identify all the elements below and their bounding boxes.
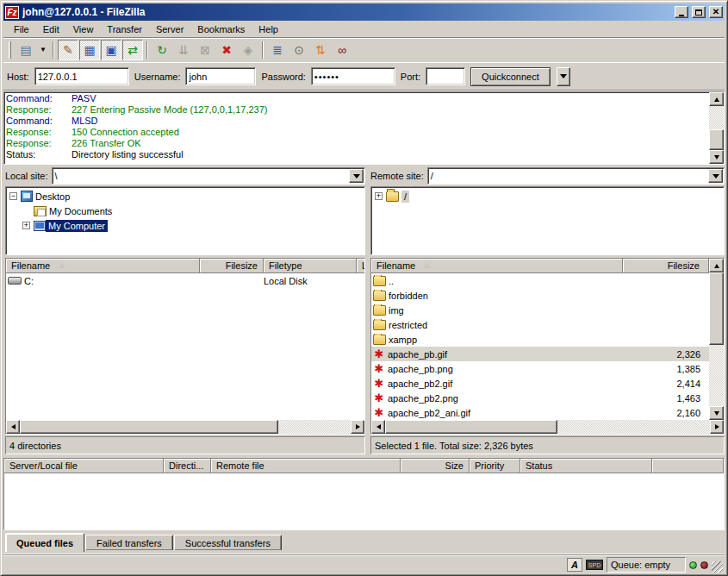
list-item[interactable]: ✱apache_pb2.gif2,414 bbox=[371, 376, 709, 391]
scrollbar-track[interactable] bbox=[709, 345, 724, 406]
quickconnect-button[interactable]: Quickconnect bbox=[470, 67, 551, 86]
host-input[interactable] bbox=[34, 67, 129, 85]
speed-limit-icon[interactable]: SPD bbox=[586, 560, 603, 570]
list-item[interactable]: ✱apache_pb.png1,385 bbox=[371, 361, 709, 376]
quickconnect-dropdown-button[interactable] bbox=[557, 67, 570, 86]
menu-transfer[interactable]: Transfer bbox=[100, 22, 149, 36]
column-status[interactable]: Status bbox=[520, 459, 652, 473]
log-vertical-scrollbar[interactable] bbox=[709, 92, 724, 164]
local-site-dropdown-button[interactable] bbox=[349, 169, 364, 183]
column-filename[interactable]: Filename bbox=[371, 259, 623, 273]
column-remote-file[interactable]: Remote file bbox=[211, 459, 401, 473]
filter-icon: ≣ bbox=[272, 44, 283, 56]
list-item[interactable]: .. bbox=[371, 273, 709, 288]
collapse-icon[interactable]: − bbox=[9, 192, 17, 200]
local-horizontal-scrollbar[interactable] bbox=[6, 420, 364, 434]
password-input[interactable] bbox=[311, 67, 395, 85]
scrollbar-thumb[interactable] bbox=[709, 129, 724, 150]
scroll-up-button[interactable] bbox=[709, 259, 724, 272]
scroll-right-button[interactable] bbox=[351, 420, 364, 434]
column-filetype[interactable]: Filetype bbox=[264, 259, 357, 273]
menu-file[interactable]: File bbox=[7, 22, 36, 36]
menu-edit[interactable]: Edit bbox=[36, 22, 66, 36]
scroll-left-button[interactable] bbox=[371, 420, 385, 434]
scrollbar-thumb[interactable] bbox=[385, 420, 557, 434]
maximize-button[interactable] bbox=[692, 6, 706, 18]
remote-horizontal-scrollbar[interactable] bbox=[371, 420, 724, 434]
cancel-operation-button[interactable]: ⊠ bbox=[195, 40, 215, 60]
image-file-icon: ✱ bbox=[373, 348, 385, 360]
port-input[interactable] bbox=[426, 67, 465, 85]
tree-item-root[interactable]: + / bbox=[373, 189, 724, 203]
remote-vertical-scrollbar[interactable] bbox=[709, 259, 724, 420]
resize-grip[interactable] bbox=[712, 561, 723, 573]
remote-site-dropdown-button[interactable] bbox=[708, 169, 723, 183]
close-icon: ✕ bbox=[712, 8, 719, 16]
scroll-left-button[interactable] bbox=[6, 420, 20, 434]
column-filesize[interactable]: Filesize bbox=[200, 259, 264, 273]
list-item[interactable]: ✱apache_pb2.png1,463 bbox=[371, 391, 709, 405]
remote-site-combo[interactable]: / bbox=[427, 167, 725, 185]
column-priority[interactable]: Priority bbox=[470, 459, 520, 473]
toggle-remote-tree-button[interactable]: ▣ bbox=[101, 40, 121, 60]
scrollbar-track[interactable] bbox=[278, 420, 351, 434]
filter-button[interactable]: ≣ bbox=[267, 40, 288, 60]
site-manager-button[interactable]: ▤ bbox=[16, 40, 36, 60]
tree-item-desktop[interactable]: − Desktop bbox=[8, 189, 364, 203]
scrollbar-track[interactable] bbox=[709, 106, 724, 129]
username-input[interactable] bbox=[185, 67, 256, 85]
tree-item-my-computer[interactable]: + My Computer bbox=[8, 218, 364, 233]
scroll-down-button[interactable] bbox=[709, 406, 724, 420]
expand-icon[interactable]: + bbox=[22, 222, 30, 229]
data-type-indicator[interactable]: A bbox=[567, 558, 582, 572]
tab-queued-files[interactable]: Queued files bbox=[5, 533, 84, 552]
toggle-message-log-button[interactable]: ✎ bbox=[58, 40, 78, 60]
toggle-queue-button[interactable]: ⇄ bbox=[122, 40, 143, 60]
reconnect-button[interactable]: ◈ bbox=[238, 40, 258, 60]
menu-view[interactable]: View bbox=[66, 22, 101, 36]
window-title: john@127.0.0.1 - FileZilla bbox=[22, 6, 671, 18]
list-item[interactable]: restricted bbox=[371, 317, 709, 332]
scrollbar-thumb[interactable] bbox=[709, 272, 724, 345]
scroll-right-button[interactable] bbox=[710, 420, 724, 434]
menu-server[interactable]: Server bbox=[149, 22, 190, 36]
scroll-up-button[interactable] bbox=[709, 92, 724, 106]
column-server-local-file[interactable]: Server/Local file bbox=[4, 459, 164, 473]
local-row-c-drive[interactable]: C: Local Disk bbox=[6, 273, 364, 288]
sort-ascending-icon bbox=[59, 263, 65, 268]
toggle-local-tree-button[interactable]: ▦ bbox=[79, 40, 100, 60]
column-direction[interactable]: Directi... bbox=[164, 459, 211, 473]
image-file-icon: ✱ bbox=[373, 392, 385, 404]
site-manager-dropdown-button[interactable]: ▼ bbox=[37, 40, 49, 60]
column-last-modified[interactable]: L bbox=[357, 259, 364, 273]
menu-bookmarks[interactable]: Bookmarks bbox=[190, 22, 252, 36]
synchronized-browsing-button[interactable]: ⇅ bbox=[310, 40, 331, 60]
find-files-button[interactable]: ∞ bbox=[332, 40, 352, 60]
tab-failed-transfers[interactable]: Failed transfers bbox=[85, 535, 173, 550]
refresh-button[interactable]: ↻ bbox=[152, 40, 172, 60]
local-site-combo[interactable]: \ bbox=[52, 167, 365, 185]
list-item[interactable]: ✱apache_pb2_ani.gif2,160 bbox=[371, 405, 709, 420]
disconnect-button[interactable]: ✖ bbox=[216, 40, 237, 60]
column-size[interactable]: Size bbox=[401, 459, 470, 473]
scrollbar-track[interactable] bbox=[557, 420, 710, 434]
directory-comparison-button[interactable]: ⊙ bbox=[289, 40, 309, 60]
list-item[interactable]: img bbox=[371, 303, 709, 317]
expand-icon[interactable]: + bbox=[375, 192, 383, 200]
list-item-selected[interactable]: ✱apache_pb.gif2,326 bbox=[371, 347, 709, 361]
local-tree: − Desktop My Documents + My Computer bbox=[5, 186, 365, 255]
column-filename[interactable]: Filename bbox=[6, 259, 200, 273]
list-item[interactable]: xampp bbox=[371, 332, 709, 347]
menu-help[interactable]: Help bbox=[252, 22, 285, 36]
column-filesize[interactable]: Filesize bbox=[623, 259, 709, 273]
close-button[interactable]: ✕ bbox=[709, 6, 723, 18]
arrow-right-icon bbox=[356, 424, 360, 429]
scroll-down-button[interactable] bbox=[709, 150, 724, 164]
list-item[interactable]: forbidden bbox=[371, 288, 709, 303]
minimize-button[interactable] bbox=[675, 6, 688, 18]
tab-successful-transfers[interactable]: Successful transfers bbox=[174, 535, 282, 550]
tree-item-my-documents[interactable]: My Documents bbox=[8, 203, 364, 218]
scrollbar-thumb[interactable] bbox=[20, 420, 278, 434]
process-queue-button[interactable]: ⇊ bbox=[173, 40, 194, 60]
transfer-queue: Server/Local file Directi... Remote file… bbox=[3, 458, 725, 530]
